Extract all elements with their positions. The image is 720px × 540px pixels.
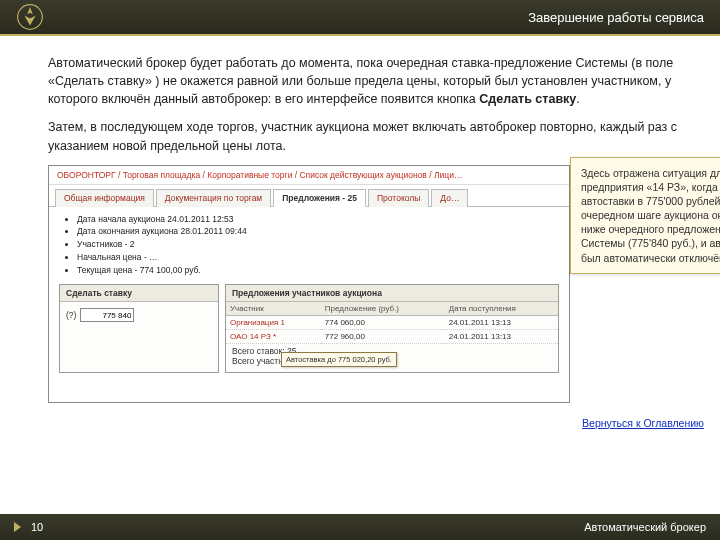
th-offer: Предложение (руб.) <box>321 302 445 316</box>
return-link-row: Вернуться к Оглавлению <box>0 413 720 429</box>
th-date: Дата поступления <box>445 302 558 316</box>
help-icon[interactable]: (?) <box>66 310 76 320</box>
paragraph-2: Затем, в последующем ходе торгов, участн… <box>48 118 680 154</box>
tab-bar: Общая информация Документация по торгам … <box>49 185 569 207</box>
list-item: Дата окончания аукциона 28.01.2011 09:44 <box>77 225 559 238</box>
cell-date: 24.01.2011 13:13 <box>445 330 558 344</box>
annotation-callout: Здесь отражена ситуация для предприятия … <box>570 157 720 274</box>
slide-title: Завершение работы сервиса <box>528 10 704 25</box>
table-row: Организация 1 774 060,00 24.01.2011 13:1… <box>226 316 558 330</box>
slide-header: Завершение работы сервиса <box>0 0 720 36</box>
auction-info-list: Дата начала аукциона 24.01.2011 12:53 Да… <box>59 213 559 277</box>
table-row: ОАО 14 РЗ * 772 960,00 24.01.2011 13:13 <box>226 330 558 344</box>
autobet-tooltip: Автоставка до 775 020,20 руб. <box>281 352 397 367</box>
slide-footer: 10 Автоматический брокер <box>0 514 720 540</box>
cell-date: 24.01.2011 13:13 <box>445 316 558 330</box>
screenshot-wrapper: ОБОРОНТОРГ / Торговая площадка / Корпора… <box>48 165 680 403</box>
breadcrumb: ОБОРОНТОРГ / Торговая площадка / Корпора… <box>49 166 569 185</box>
star-icon: * <box>273 332 276 341</box>
offers-table: Участник Предложение (руб.) Дата поступл… <box>226 302 558 344</box>
tab-more[interactable]: До… <box>431 189 468 207</box>
org-link[interactable]: Организация 1 <box>230 318 285 327</box>
footer-caption: Автоматический брокер <box>584 521 706 533</box>
tab-protocols[interactable]: Протоколы <box>368 189 429 207</box>
play-icon[interactable] <box>14 522 21 532</box>
list-item: Начальная цена - … <box>77 251 559 264</box>
org-link[interactable]: ОАО 14 РЗ <box>230 332 271 341</box>
bid-input[interactable] <box>80 308 134 322</box>
tab-general[interactable]: Общая информация <box>55 189 154 207</box>
list-item: Дата начала аукциона 24.01.2011 12:53 <box>77 213 559 226</box>
p1-text-c: . <box>576 92 579 106</box>
list-item: Текущая цена - 774 100,00 руб. <box>77 264 559 277</box>
tab-docs[interactable]: Документация по торгам <box>156 189 271 207</box>
slide-content: Автоматический брокер будет работать до … <box>0 36 720 413</box>
paragraph-1: Автоматический брокер будет работать до … <box>48 54 680 108</box>
return-to-toc-link[interactable]: Вернуться к Оглавлению <box>582 417 704 429</box>
bid-panel: Сделать ставку (?) <box>59 284 219 373</box>
app-screenshot: ОБОРОНТОРГ / Торговая площадка / Корпора… <box>48 165 570 403</box>
th-participant: Участник <box>226 302 321 316</box>
cell-offer: 772 960,00 <box>321 330 445 344</box>
bid-panel-title: Сделать ставку <box>60 285 218 302</box>
p1-bold: Сделать ставку <box>479 92 576 106</box>
tab-offers[interactable]: Предложения - 25 <box>273 189 366 207</box>
emblem-icon <box>16 3 44 31</box>
page-number: 10 <box>31 521 43 533</box>
offers-panel-title: Предложения участников аукциона <box>226 285 558 302</box>
cell-offer: 774 060,00 <box>321 316 445 330</box>
list-item: Участников - 2 <box>77 238 559 251</box>
